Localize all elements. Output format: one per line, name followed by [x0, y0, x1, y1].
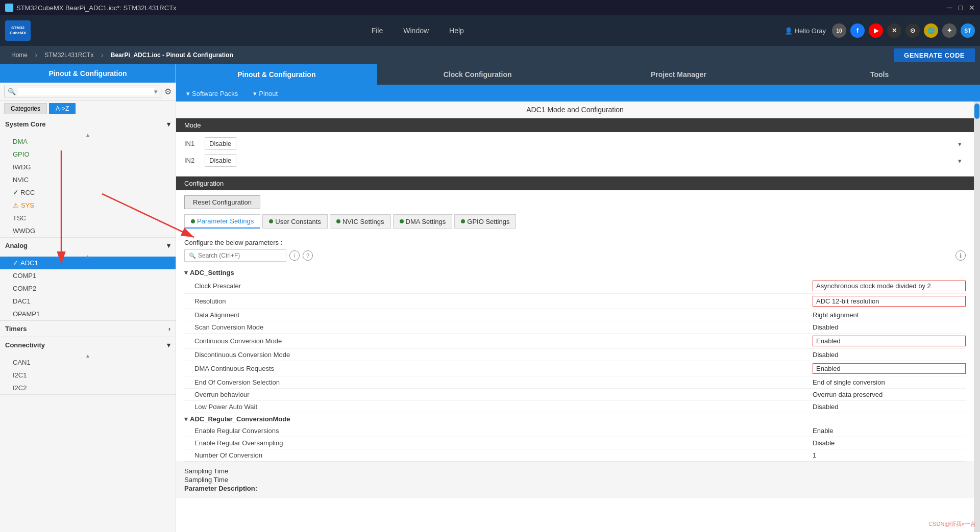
connectivity-header[interactable]: Connectivity ▾	[0, 337, 176, 353]
param-value-low-power[interactable]: Disabled	[813, 403, 966, 411]
search-dropdown-icon[interactable]: ▾	[154, 88, 158, 95]
gear-icon[interactable]: ⚙	[164, 87, 172, 96]
sub-tabs: ▾ Software Packs ▾ Pinout	[176, 86, 980, 102]
social-icons: 10 f ▶ ✕ ⊙ 🌐 ✦ ST	[832, 23, 975, 38]
inner-tab-parameter[interactable]: Parameter Settings	[184, 214, 260, 229]
nav-file[interactable]: File	[372, 27, 383, 35]
nvic-dot	[336, 219, 340, 223]
info-icon-2[interactable]: ?	[303, 250, 313, 261]
icon-st[interactable]: ST	[961, 23, 975, 38]
sidebar-item-comp2[interactable]: COMP2	[0, 282, 176, 295]
adc-regular-group-header[interactable]: ▾ ADC_Regular_ConversionMode	[184, 413, 966, 425]
subtab-software-packs[interactable]: ▾ Software Packs	[186, 88, 238, 99]
user-info: 👤 Hello Gray	[785, 27, 826, 35]
inner-tab-nvic[interactable]: NVIC Settings	[330, 214, 391, 229]
param-value-num-conv[interactable]: 1	[813, 451, 966, 459]
inner-tab-user-constants[interactable]: User Constants	[262, 214, 328, 229]
param-value-resolution[interactable]: ADC 12-bit resolution	[813, 296, 966, 307]
param-value-dma-cont[interactable]: Enabled	[813, 363, 966, 374]
sidebar-item-gpio[interactable]: GPIO	[0, 148, 176, 161]
nav-help[interactable]: Help	[449, 27, 464, 35]
adc-settings-group-header[interactable]: ▾ ADC_Settings	[184, 267, 966, 278]
param-row-oversampling: Enable Regular Oversampling Disable	[184, 437, 966, 449]
param-value-clock-prescaler[interactable]: Asynchronous clock mode divided by 2	[813, 281, 966, 291]
sidebar-item-i2c1[interactable]: I2C1	[0, 369, 176, 382]
sidebar-item-iwdg[interactable]: IWDG	[0, 161, 176, 173]
bottom-panel: Sampling Time Sampling Time Parameter De…	[176, 462, 974, 498]
user-icon-symbol: 👤	[785, 27, 793, 35]
in1-select[interactable]: Disable	[205, 137, 236, 150]
breadcrumb-home[interactable]: Home	[5, 46, 34, 64]
sidebar-item-comp1[interactable]: COMP1	[0, 269, 176, 282]
icon-10[interactable]: 10	[832, 23, 846, 38]
icon-star[interactable]: ✦	[942, 23, 957, 38]
param-search-input[interactable]	[198, 252, 282, 259]
dma-label: DMA Settings	[406, 218, 446, 225]
minimize-button[interactable]: ─	[947, 4, 952, 12]
subtab-software-label: Software Packs	[192, 90, 238, 97]
param-value-cont-conv[interactable]: Enabled	[813, 336, 966, 346]
param-value-eoc[interactable]: End of single conversion	[813, 378, 966, 386]
icon-facebook[interactable]: f	[850, 23, 865, 38]
param-row-enable-regular: Enable Regular Conversions Enable	[184, 425, 966, 437]
sidebar-item-nvic[interactable]: NVIC	[0, 173, 176, 186]
tab-pinout-config[interactable]: Pinout & Configuration	[176, 64, 377, 85]
icon-youtube[interactable]: ▶	[869, 23, 883, 38]
mode-row-in1: IN1 Disable ▾	[184, 137, 966, 150]
in2-select[interactable]: Disable	[205, 154, 236, 167]
icon-github[interactable]: ⊙	[905, 23, 920, 38]
tab-az[interactable]: A->Z	[49, 103, 76, 114]
sidebar-item-dac1[interactable]: DAC1	[0, 295, 176, 308]
close-button[interactable]: ✕	[969, 4, 975, 12]
sidebar-item-sys[interactable]: ⚠ SYS	[0, 199, 176, 212]
breadcrumb-device[interactable]: STM32L431RCTx	[38, 46, 100, 64]
tab-categories[interactable]: Categories	[4, 103, 47, 114]
config-content: Reset Configuration Parameter Settings U…	[176, 190, 974, 239]
reset-config-button[interactable]: Reset Configuration	[184, 195, 260, 209]
connectivity-chevron: ▾	[167, 341, 170, 349]
in2-select-arrow: ▾	[958, 157, 962, 164]
tab-clock-config[interactable]: Clock Configuration	[377, 64, 578, 85]
param-value-scan-conv[interactable]: Disabled	[813, 323, 966, 331]
subtab-pinout[interactable]: ▾ Pinout	[253, 88, 278, 99]
param-name-dma-cont: DMA Continuous Requests	[194, 365, 813, 372]
sidebar-item-tsc[interactable]: TSC	[0, 212, 176, 224]
system-core-header[interactable]: System Core ▾	[0, 116, 176, 132]
breadcrumb-project[interactable]: BearPi_ADC1.ioc - Pinout & Configuration	[105, 46, 239, 64]
timers-header[interactable]: Timers ›	[0, 321, 176, 337]
sidebar-search-box[interactable]: 🔍 ▾	[4, 86, 161, 97]
sidebar-item-wwdg[interactable]: WWDG	[0, 224, 176, 237]
info-icon-right[interactable]: ℹ	[955, 250, 966, 261]
adc-settings-chevron: ▾	[184, 269, 188, 276]
param-value-data-align[interactable]: Right alignment	[813, 311, 966, 319]
nav-window[interactable]: Window	[403, 27, 429, 35]
generate-code-button[interactable]: GENERATE CODE	[894, 48, 975, 62]
sidebar-item-i2c2[interactable]: I2C2	[0, 382, 176, 394]
maximize-button[interactable]: □	[959, 4, 963, 12]
tab-project-manager[interactable]: Project Manager	[578, 64, 779, 85]
param-search-box[interactable]: 🔍	[184, 249, 286, 262]
tab-tools[interactable]: Tools	[779, 64, 980, 85]
param-name-cont-conv: Continuous Conversion Mode	[194, 337, 813, 345]
param-value-enable-regular[interactable]: Enable	[813, 427, 966, 435]
analog-header[interactable]: Analog ▾	[0, 238, 176, 254]
info-icon-1[interactable]: i	[289, 250, 300, 261]
param-value-overrun[interactable]: Overrun data preserved	[813, 391, 966, 398]
scrollbar-thumb[interactable]	[974, 104, 979, 119]
icon-globe[interactable]: 🌐	[924, 23, 938, 38]
sidebar-item-opamp1[interactable]: OPAMP1	[0, 308, 176, 320]
sidebar-item-rcc[interactable]: ✓ RCC	[0, 186, 176, 199]
inner-tab-gpio[interactable]: GPIO Settings	[454, 214, 516, 229]
icon-twitter[interactable]: ✕	[887, 23, 901, 38]
right-scrollbar[interactable]	[974, 102, 980, 532]
search-icon: 🔍	[8, 88, 16, 95]
param-value-disc-conv[interactable]: Disabled	[813, 351, 966, 359]
sidebar-search-input[interactable]	[18, 88, 154, 95]
adc-regular-label: ADC_Regular_ConversionMode	[190, 415, 290, 423]
inner-tab-dma[interactable]: DMA Settings	[393, 214, 453, 229]
adc1-check-icon: ✓	[13, 259, 18, 267]
param-name-disc-conv: Discontinuous Conversion Mode	[194, 351, 813, 359]
param-name-low-power: Low Power Auto Wait	[194, 403, 813, 411]
param-value-oversampling[interactable]: Disable	[813, 439, 966, 447]
param-row-resolution: Resolution ADC 12-bit resolution	[184, 294, 966, 309]
